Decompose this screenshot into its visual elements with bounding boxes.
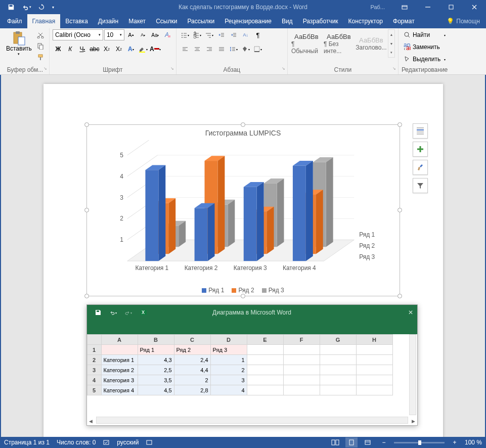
styles-launcher[interactable]: ↘ [392,66,396,71]
chart-filters-button[interactable] [413,178,428,193]
redo-button[interactable] [34,1,49,13]
underline-button[interactable]: Ч▾ [77,43,88,55]
layout-options-button[interactable] [413,123,428,139]
resize-handle[interactable] [397,294,402,298]
document-area[interactable]: Гистограмма LUMPICS 12345Категория 1Кате… [1,75,485,437]
borders-button[interactable]: ▾ [252,43,263,55]
scroll-right-button[interactable]: ▶ [412,419,415,424]
tab-home[interactable]: Главная [27,14,61,28]
chart-data-sheet[interactable]: ▾ ▾ x Диаграмма в Microsoft Word ✕ ABCDE… [86,304,418,426]
font-size-select[interactable]: 10▾ [104,29,124,40]
highlight-button[interactable]: ▾ [138,43,149,55]
tab-chart-format[interactable]: Формат [388,14,420,28]
tab-layout[interactable]: Макет [123,14,151,28]
tab-insert[interactable]: Вставка [60,14,93,28]
clear-format-button[interactable]: A [162,29,173,40]
multilevel-button[interactable]: ▾ [204,29,215,40]
zoom-out-button[interactable]: − [378,437,390,447]
replace-button[interactable]: abacЗаменить [402,41,448,53]
web-layout-button[interactable] [362,437,374,447]
change-case-button[interactable]: Aa▾ [150,29,161,40]
datasheet-hscroll[interactable] [96,417,408,424]
close-button[interactable] [463,0,486,14]
tell-me-search[interactable]: 💡Помощн [447,14,486,28]
chart-elements-button[interactable] [413,142,428,157]
chart-styles-button[interactable] [413,160,428,175]
qat-customize-button[interactable]: ▾ [50,1,57,13]
text-effects-button[interactable]: A▾ [125,43,137,55]
superscript-button[interactable]: X2 [113,43,124,55]
strikethrough-button[interactable]: abc [89,43,100,55]
tab-mailings[interactable]: Рассылки [182,14,219,28]
print-layout-button[interactable] [345,437,358,447]
page-indicator[interactable]: Страница 1 из 1 [4,439,50,446]
tab-chart-design[interactable]: Конструктор [343,14,388,28]
ribbon-display-button[interactable] [393,0,416,14]
tab-review[interactable]: Рецензирование [219,14,277,28]
data-grid[interactable]: ABCDEFGH1Ряд 1Ряд 2Ряд 32Категория 14,32… [87,334,417,415]
align-left-button[interactable] [180,43,191,55]
ds-edit-excel-button[interactable]: x [137,306,151,319]
word-count[interactable]: Число слов: 0 [57,439,96,446]
read-mode-button[interactable] [329,437,341,447]
format-painter-button[interactable] [35,52,46,63]
spellcheck-icon[interactable] [103,439,110,446]
show-marks-button[interactable]: ¶ [252,29,263,40]
save-button[interactable] [4,1,18,13]
style-normal[interactable]: АаБбВв¶ Обычный [291,29,322,58]
chart-object[interactable]: Гистограмма LUMPICS 12345Категория 1Кате… [86,124,400,296]
bullets-button[interactable]: ▾ [180,29,191,40]
ds-undo-button[interactable]: ▾ [106,306,120,319]
tab-developer[interactable]: Разработчик [298,14,343,28]
style-nospacing[interactable]: АаБбВв¶ Без инте... [323,29,355,58]
font-launcher[interactable]: ↘ [170,66,174,71]
cut-button[interactable] [35,29,46,40]
tab-references[interactable]: Ссылки [151,14,182,28]
numbering-button[interactable]: 123▾ [192,29,203,40]
legend-item[interactable]: Ряд 1 [202,287,224,294]
paste-button[interactable]: Вставить▾ [4,29,34,57]
tab-file[interactable]: Файл [2,14,27,28]
justify-button[interactable] [216,43,227,55]
select-button[interactable]: Выделить▾ [402,54,448,65]
align-right-button[interactable] [204,43,215,55]
resize-handle[interactable] [241,294,245,298]
styles-scroll[interactable]: ▲▼▾ [388,29,395,58]
tab-design[interactable]: Дизайн [93,14,123,28]
shading-button[interactable]: ▾ [240,43,251,55]
macro-icon[interactable] [146,439,153,446]
increase-indent-button[interactable] [228,29,239,40]
zoom-in-button[interactable]: + [449,437,461,447]
scroll-left-button[interactable]: ◀ [89,419,93,424]
font-name-select[interactable]: Calibri (Осно▾ [53,29,103,40]
copy-button[interactable] [35,40,46,52]
align-center-button[interactable] [192,43,203,55]
tab-view[interactable]: Вид [277,14,298,28]
maximize-button[interactable] [439,0,463,14]
minimize-button[interactable] [416,0,439,14]
find-button[interactable]: Найти▾ [402,29,448,40]
resize-handle[interactable] [84,122,89,127]
grow-font-button[interactable]: A▴ [125,29,137,40]
resize-handle[interactable] [397,208,402,212]
datasheet-close-button[interactable]: ✕ [408,309,413,316]
zoom-slider[interactable] [394,442,445,443]
ds-save-button[interactable] [91,306,105,319]
italic-button[interactable]: К [65,43,76,55]
sort-button[interactable]: А↓ [240,29,251,40]
bold-button[interactable]: Ж [53,43,64,55]
legend-item[interactable]: Ряд 3 [262,287,284,294]
resize-handle[interactable] [84,294,89,298]
resize-handle[interactable] [397,122,402,127]
subscript-button[interactable]: X2 [101,43,112,55]
undo-button[interactable]: ▾ [19,1,33,13]
line-spacing-button[interactable]: ▾ [228,43,239,55]
ds-redo-button[interactable]: ▾ [121,306,136,319]
shrink-font-button[interactable]: A▾ [138,29,149,40]
font-color-button[interactable]: A▾ [150,43,161,55]
clipboard-launcher[interactable]: ↘ [43,66,47,71]
language-indicator[interactable]: русский [117,439,139,446]
resize-handle[interactable] [241,122,245,127]
resize-handle[interactable] [84,208,89,212]
datasheet-vscroll[interactable] [409,334,416,415]
